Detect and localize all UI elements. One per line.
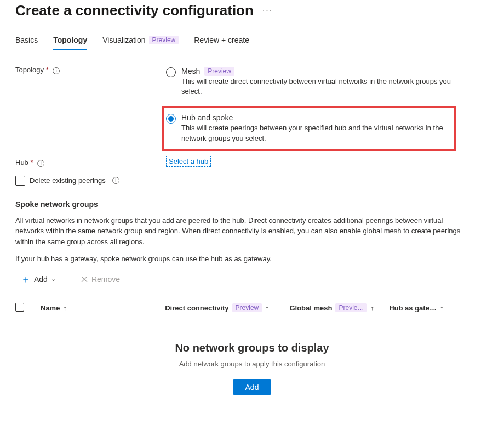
tab-label: Visualization <box>102 36 145 44</box>
empty-add-button[interactable]: Add <box>233 379 271 395</box>
sort-icon: ↑ <box>370 304 374 312</box>
radio-option-mesh[interactable]: Mesh Preview This will create direct con… <box>166 65 456 99</box>
close-icon <box>81 275 88 283</box>
column-label: Name <box>41 304 60 312</box>
radio-title: Hub and spoke <box>181 113 233 122</box>
page-title: Create a connectivity configuration <box>15 2 254 19</box>
radio-title: Mesh <box>181 67 200 76</box>
preview-badge: Preview <box>232 303 262 312</box>
separator <box>68 274 68 284</box>
chevron-down-icon: ⌄ <box>51 275 56 283</box>
topology-label: Topology <box>15 66 44 74</box>
preview-badge: Preview <box>204 67 234 76</box>
info-icon[interactable]: i <box>37 160 44 167</box>
radio-circle[interactable] <box>166 114 176 124</box>
column-direct-connectivity[interactable]: Direct connectivity Preview ↑ <box>165 303 289 312</box>
spoke-desc-2: If your hub has a gateway, spoke network… <box>15 254 465 264</box>
radio-circle[interactable] <box>166 67 176 77</box>
radio-description: This will create peerings between your s… <box>181 123 450 143</box>
add-label: Add <box>34 275 48 284</box>
add-button[interactable]: ＋ Add ⌄ <box>15 271 61 287</box>
sort-icon: ↑ <box>440 304 444 312</box>
column-name[interactable]: Name ↑ <box>41 304 165 312</box>
column-global-mesh[interactable]: Global mesh Previe… ↑ <box>289 303 389 312</box>
tab-review-create[interactable]: Review + create <box>194 32 249 50</box>
column-label: Global mesh <box>289 304 332 312</box>
info-icon[interactable]: i <box>112 177 119 184</box>
remove-button: Remove <box>75 272 125 287</box>
spoke-desc-1: All virtual networks in network groups t… <box>15 215 465 248</box>
delete-peerings-checkbox[interactable] <box>15 176 25 186</box>
empty-subtext: Add network groups to apply this configu… <box>15 360 489 368</box>
sort-icon: ↑ <box>265 304 269 312</box>
more-icon[interactable]: ··· <box>262 6 273 16</box>
sort-icon: ↑ <box>63 304 67 312</box>
tab-topology[interactable]: Topology <box>53 32 87 50</box>
required-indicator: * <box>46 66 49 74</box>
spoke-heading: Spoke network groups <box>15 200 489 209</box>
column-hub-as-gateway[interactable]: Hub as gate… ↑ <box>389 304 489 312</box>
delete-peerings-label: Delete existing peerings <box>30 176 106 185</box>
column-label: Hub as gate… <box>389 304 437 312</box>
info-icon[interactable]: i <box>53 67 60 74</box>
radio-option-hub-and-spoke[interactable]: Hub and spoke This will create peerings … <box>162 106 456 150</box>
remove-label: Remove <box>91 275 120 284</box>
column-label: Direct connectivity <box>165 304 228 312</box>
tab-basics[interactable]: Basics <box>15 32 38 50</box>
radio-description: This will create direct connectivity bet… <box>181 77 456 96</box>
empty-heading: No network groups to display <box>15 342 489 354</box>
preview-badge: Preview <box>149 36 179 44</box>
hub-label: Hub <box>15 158 28 166</box>
select-hub-link[interactable]: Select a hub <box>166 156 211 167</box>
preview-badge: Previe… <box>335 303 367 312</box>
tab-visualization[interactable]: Visualization Preview <box>102 32 179 50</box>
select-all-checkbox[interactable] <box>15 303 24 312</box>
tab-bar: Basics Topology Visualization Preview Re… <box>15 32 489 50</box>
plus-icon: ＋ <box>21 274 31 284</box>
required-indicator: * <box>30 158 33 166</box>
